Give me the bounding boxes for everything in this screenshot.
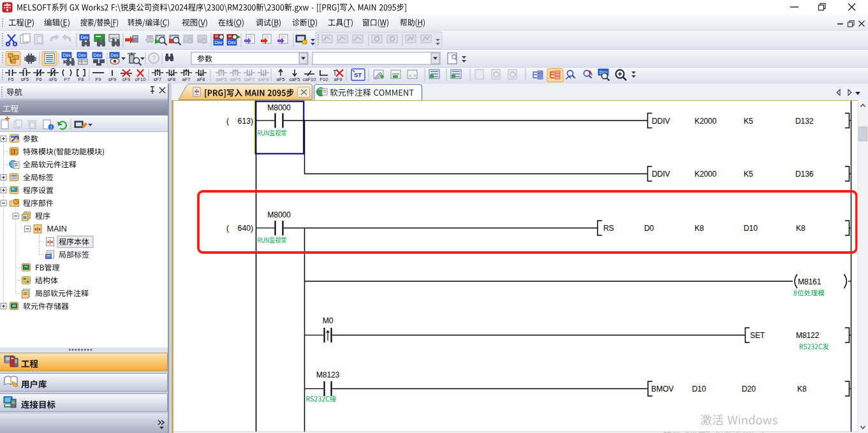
svg-text:aF9: aF9 — [334, 77, 342, 82]
svg-text:M0: M0 — [323, 316, 334, 325]
svg-text:Dev: Dev — [215, 40, 223, 45]
svg-text:D10: D10 — [692, 385, 706, 393]
svg-text:i: i — [50, 124, 52, 130]
svg-text:M8000: M8000 — [267, 103, 291, 112]
svg-text:SET: SET — [750, 331, 765, 340]
svg-text:caF10: caF10 — [302, 77, 316, 82]
svg-text:aF8: aF8 — [196, 77, 205, 82]
svg-text:M8161: M8161 — [798, 277, 821, 286]
svg-text:D132: D132 — [795, 117, 814, 126]
svg-text:caF5: caF5 — [290, 77, 300, 82]
svg-text:saF5: saF5 — [216, 77, 227, 82]
svg-text:< >: < > — [409, 73, 416, 78]
svg-text:cF10: cF10 — [135, 77, 146, 82]
svg-text:aF7: aF7 — [182, 77, 190, 82]
svg-text:K5: K5 — [744, 117, 753, 126]
svg-text:sF9: sF9 — [108, 77, 117, 82]
svg-text:( 613): ( 613) — [226, 117, 253, 126]
svg-text:BMOV: BMOV — [651, 385, 674, 393]
svg-text:?: ? — [152, 54, 156, 62]
svg-text:sF6: sF6 — [49, 77, 57, 82]
svg-text:cF9: cF9 — [122, 77, 131, 82]
svg-text:F5: F5 — [8, 77, 14, 82]
svg-text:K2000: K2000 — [695, 170, 717, 179]
svg-text:D20: D20 — [742, 385, 756, 393]
svg-text:D136: D136 — [795, 170, 814, 179]
svg-text:saF7: saF7 — [244, 77, 255, 82]
svg-text:sF7: sF7 — [154, 77, 162, 82]
svg-text:D10: D10 — [744, 224, 758, 233]
svg-text:MAIN: MAIN — [47, 224, 67, 233]
svg-text:K2000: K2000 — [695, 117, 717, 126]
svg-text:F7: F7 — [64, 77, 70, 82]
svg-text:RS: RS — [603, 224, 614, 233]
svg-text:Dev: Dev — [228, 40, 237, 45]
svg-text:D0: D0 — [644, 224, 654, 233]
svg-text:F10: F10 — [320, 77, 328, 82]
svg-text:DDIV: DDIV — [652, 170, 670, 179]
svg-text:K8: K8 — [797, 385, 807, 393]
svg-text:Dev: Dev — [111, 53, 119, 57]
svg-text:K5: K5 — [744, 170, 753, 179]
svg-text:DDIV: DDIV — [652, 117, 670, 126]
svg-text:aF5: aF5 — [276, 77, 284, 82]
svg-text:sF5: sF5 — [21, 77, 29, 82]
svg-text:M8000: M8000 — [267, 210, 291, 219]
svg-text:M8123: M8123 — [316, 371, 340, 379]
svg-text:sF8: sF8 — [168, 77, 176, 82]
svg-text:Dev: Dev — [78, 53, 87, 57]
svg-text:saF8: saF8 — [258, 77, 269, 82]
svg-text:M8122: M8122 — [796, 331, 820, 340]
svg-text:K8: K8 — [796, 224, 805, 233]
svg-text:Dev: Dev — [63, 53, 71, 57]
svg-text:ST: ST — [354, 71, 362, 78]
svg-text:K8: K8 — [695, 224, 704, 233]
svg-text:F9: F9 — [96, 77, 101, 82]
svg-text:Dev: Dev — [94, 53, 102, 57]
svg-text:F6: F6 — [36, 77, 42, 82]
svg-text:saF6: saF6 — [230, 77, 241, 82]
svg-text:( 640): ( 640) — [226, 224, 253, 233]
svg-text:F8: F8 — [78, 77, 84, 82]
